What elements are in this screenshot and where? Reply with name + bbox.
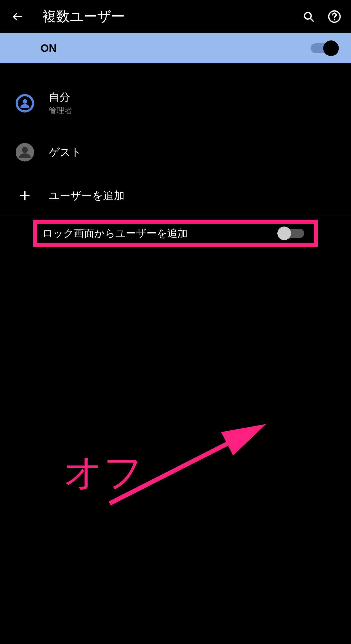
header-bar: 複数ユーザー bbox=[0, 0, 351, 33]
user-row-self[interactable]: 自分 管理者 bbox=[0, 83, 351, 124]
avatar-guest-icon bbox=[16, 143, 34, 162]
lock-screen-toggle-switch[interactable] bbox=[277, 228, 304, 239]
user-guest-name: ゲスト bbox=[49, 145, 82, 160]
user-self-text: 自分 管理者 bbox=[49, 90, 72, 116]
section-divider bbox=[0, 215, 351, 215]
lock-screen-label: ロック画面からユーザーを追加 bbox=[43, 226, 188, 240]
help-icon[interactable] bbox=[327, 10, 341, 24]
master-toggle-label: ON bbox=[41, 42, 57, 54]
annotation-label: オフ bbox=[63, 446, 143, 499]
search-icon[interactable] bbox=[302, 10, 315, 24]
svg-point-2 bbox=[334, 19, 335, 20]
lock-screen-toggle-row[interactable]: ロック画面からユーザーを追加 bbox=[33, 220, 318, 247]
svg-point-3 bbox=[23, 99, 27, 104]
user-list: 自分 管理者 ゲスト ユーザーを追加 ロック画面からユーザーを追加 bbox=[0, 63, 351, 247]
back-arrow-icon[interactable] bbox=[10, 9, 25, 24]
user-self-role: 管理者 bbox=[49, 106, 72, 116]
user-guest-text: ゲスト bbox=[49, 145, 82, 160]
add-user-row[interactable]: ユーザーを追加 bbox=[0, 176, 351, 215]
plus-icon bbox=[16, 186, 34, 205]
add-user-label: ユーザーを追加 bbox=[49, 188, 125, 203]
master-toggle-bar[interactable]: ON bbox=[0, 33, 351, 63]
user-row-guest[interactable]: ゲスト bbox=[0, 136, 351, 169]
avatar-self-icon bbox=[16, 94, 34, 112]
lock-screen-section: ロック画面からユーザーを追加 オフ bbox=[0, 220, 351, 247]
svg-point-4 bbox=[22, 147, 28, 153]
master-toggle-switch[interactable] bbox=[310, 42, 337, 54]
arrow-left-icon bbox=[12, 10, 24, 23]
page-title: 複数ユーザー bbox=[43, 7, 302, 26]
header-actions bbox=[302, 10, 341, 24]
user-self-name: 自分 bbox=[49, 90, 72, 104]
